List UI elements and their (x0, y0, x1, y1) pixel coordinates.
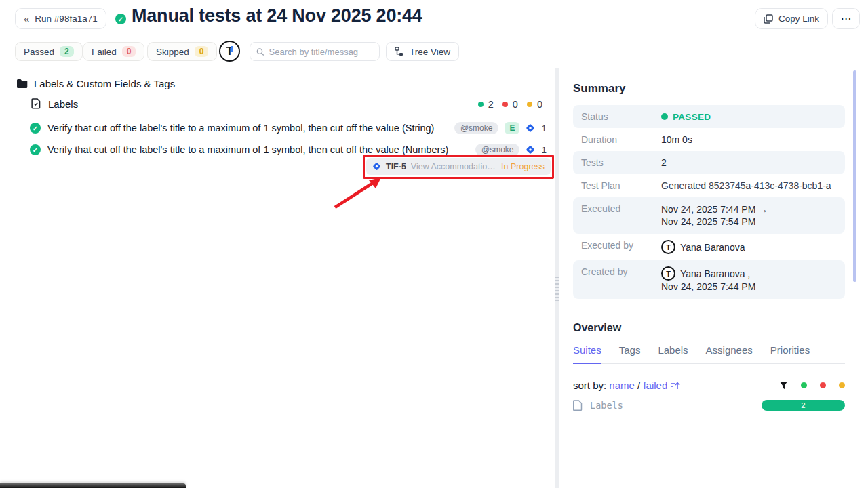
search-field[interactable] (250, 42, 380, 61)
created-by-label: Created by (581, 266, 661, 293)
user-avatar: T (661, 266, 675, 281)
search-input[interactable] (269, 47, 373, 57)
status-value: PASSED (661, 111, 711, 122)
executed-start: Nov 24, 2025 7:44 PM → (661, 203, 768, 216)
summary-row-tests: Tests 2 (573, 151, 845, 174)
test-row-string[interactable]: ✓ Verify that cut off the label's title … (30, 122, 547, 134)
splitter-drag-handle-icon[interactable] (555, 277, 559, 301)
legend-failed-dot-icon[interactable] (820, 382, 826, 388)
failed-dot-icon (502, 102, 508, 107)
test-passed-icon: ✓ (30, 123, 41, 134)
tab-suites[interactable]: Suites (573, 344, 601, 364)
jira-issue-icon (526, 145, 535, 155)
tests-value: 2 (661, 157, 667, 168)
sort-by-name-link[interactable]: name (609, 380, 635, 391)
test-title: Verify that cut off the label's title to… (47, 144, 448, 155)
summary-row-created-by: Created by T Yana Baranova , Nov 24, 202… (573, 260, 845, 299)
executed-by-name[interactable]: Yana Baranova (680, 242, 745, 253)
executed-value: Nov 24, 2025 7:44 PM → Nov 24, 2025 7:54… (661, 203, 768, 228)
failed-count-badge: 0 (122, 46, 136, 57)
tab-assignees[interactable]: Assignees (706, 344, 753, 363)
summary-row-duration: Duration 10m 0s (573, 128, 845, 151)
run-id-label: Run #98fa1a71 (35, 14, 97, 24)
overview-suite-row[interactable]: Labels 2 (573, 400, 845, 411)
executed-by-label: Executed by (581, 240, 661, 254)
copy-icon (764, 14, 773, 24)
sort-separator: / (637, 380, 640, 391)
assignee-filter-avatar[interactable]: T (219, 41, 240, 62)
duration-value: 10m 0s (661, 134, 692, 145)
suite-name: Labels (48, 98, 78, 110)
status-text: PASSED (673, 112, 711, 122)
filter-passed-button[interactable]: Passed 2 (15, 42, 83, 61)
passed-bar[interactable]: 2 (762, 400, 845, 411)
skipped-label: Skipped (156, 47, 189, 57)
summary-row-test-plan: Test Plan Generated 8523745a-413c-4738-b… (573, 174, 845, 197)
folder-name: Labels & Custom Fields & Tags (34, 78, 175, 89)
annotation-arrow-icon (324, 171, 389, 213)
test-title: Verify that cut off the label's title to… (47, 123, 434, 134)
tree-folder-row[interactable]: Labels & Custom Fields & Tags (16, 78, 175, 89)
filter-funnel-icon[interactable] (779, 381, 788, 390)
ellipsis-icon: ⋯ (841, 12, 852, 25)
tree-view-icon (395, 47, 404, 56)
user-avatar: T (661, 240, 675, 254)
overview-suite-name[interactable]: Labels (590, 400, 623, 411)
passed-bar-count: 2 (801, 401, 805, 409)
sort-by-failed-link[interactable]: failed (643, 380, 667, 391)
run-passed-check-icon: ✓ (115, 14, 126, 24)
page-title: Manual tests at 24 Nov 2025 20:44 (132, 5, 422, 26)
filter-skipped-button[interactable]: Skipped 0 (147, 42, 217, 61)
suite-skipped-count: 0 (537, 99, 542, 110)
bottom-overlay-bar (0, 483, 186, 488)
skipped-dot-icon (527, 102, 532, 107)
copy-link-label: Copy Link (778, 14, 819, 24)
filter-failed-button[interactable]: Failed 0 (83, 42, 144, 61)
copy-link-button[interactable]: Copy Link (755, 8, 828, 29)
search-icon (256, 47, 264, 56)
back-to-run-button[interactable]: « Run #98fa1a71 (15, 8, 106, 29)
issue-count[interactable]: 1 (541, 145, 547, 155)
vertical-scrollbar-thumb[interactable] (853, 70, 856, 282)
status-legend (779, 381, 845, 390)
tag-badge[interactable]: @smoke (454, 122, 499, 134)
summary-row-executed-by: Executed by T Yana Baranova (573, 234, 845, 260)
passed-label: Passed (24, 47, 54, 57)
issue-count[interactable]: 1 (541, 123, 547, 134)
summary-row-executed: Executed Nov 24, 2025 7:44 PM → Nov 24, … (573, 197, 845, 234)
annotation-highlight-rect (363, 155, 554, 179)
chevron-double-left-icon: « (24, 13, 29, 24)
logo-accent-mark (231, 46, 233, 52)
tree-view-button[interactable]: Tree View (386, 42, 459, 61)
summary-heading: Summary (573, 82, 625, 96)
sort-by-label: sort by: (573, 380, 606, 391)
tree-suite-row[interactable]: Labels 2 0 0 (31, 98, 547, 110)
suite-counts: 2 0 0 (478, 99, 547, 110)
document-icon (573, 400, 583, 411)
env-badge[interactable]: E (505, 122, 519, 134)
tab-labels[interactable]: Labels (658, 344, 688, 363)
executed-label: Executed (581, 203, 661, 228)
tests-label: Tests (581, 157, 661, 168)
tab-priorities[interactable]: Priorities (770, 344, 810, 363)
suite-passed-count: 2 (488, 99, 494, 110)
summary-row-status: Status PASSED (573, 105, 845, 128)
more-actions-button[interactable]: ⋯ (832, 8, 860, 29)
folder-icon (16, 79, 28, 89)
passed-count-badge: 2 (60, 46, 74, 57)
executed-end: Nov 24, 2025 7:54 PM (661, 216, 768, 228)
created-by-value: T Yana Baranova , Nov 24, 2025 7:44 PM (661, 266, 755, 293)
legend-passed-dot-icon[interactable] (801, 382, 807, 388)
test-plan-link[interactable]: Generated 8523745a-413c-4738-bcb1-a (661, 180, 831, 191)
status-dot-icon (661, 113, 668, 120)
sort-ascending-icon[interactable] (670, 381, 680, 390)
overview-heading: Overview (573, 322, 621, 334)
suite-file-icon (31, 98, 41, 110)
legend-skipped-dot-icon[interactable] (839, 382, 845, 388)
jira-issue-icon (526, 123, 535, 133)
suite-failed-count: 0 (513, 99, 518, 110)
tab-tags[interactable]: Tags (619, 344, 641, 363)
duration-label: Duration (581, 134, 661, 145)
status-label: Status (581, 111, 661, 122)
created-by-name[interactable]: Yana Baranova , (680, 268, 750, 280)
